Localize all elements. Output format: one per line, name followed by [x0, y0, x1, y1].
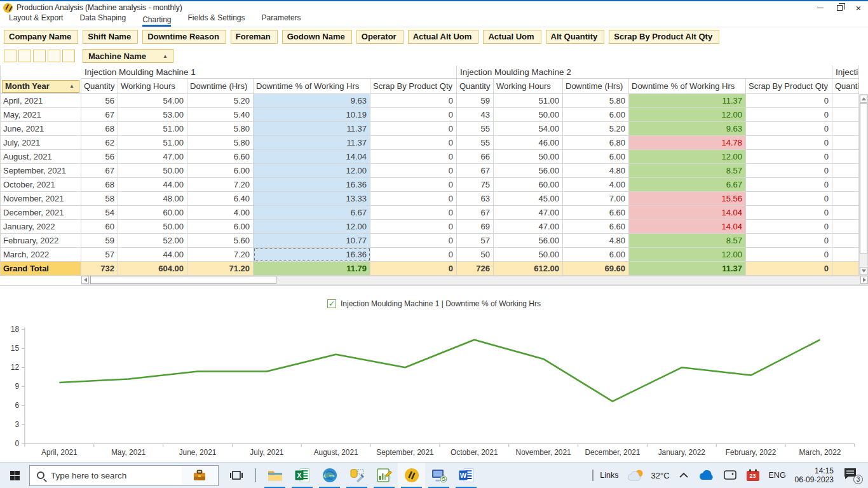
vertical-scroll-thumb[interactable] — [860, 103, 867, 254]
data-cell-m3[interactable] — [832, 192, 859, 206]
data-cell-m1[interactable]: 0 — [370, 94, 457, 108]
horizontal-scroll-thumb[interactable] — [90, 276, 276, 284]
tab-parameters[interactable]: Parameters — [262, 13, 301, 27]
data-cell-m1[interactable]: 50.00 — [118, 164, 187, 178]
data-cell-m2[interactable]: 57 — [457, 234, 494, 248]
row-label-cell[interactable]: August, 2021 — [0, 150, 81, 164]
data-cell-m2[interactable]: 14.78 — [629, 136, 746, 150]
data-cell-m2[interactable]: 0 — [746, 94, 832, 108]
restore-button[interactable] — [830, 1, 849, 14]
data-cell-m2[interactable]: 47.00 — [494, 206, 563, 220]
start-button[interactable] — [0, 463, 29, 488]
data-cell-m2[interactable]: 0 — [746, 234, 832, 248]
data-cell-m2[interactable]: 59 — [457, 94, 494, 108]
data-cell-m2[interactable]: 0 — [746, 206, 832, 220]
data-cell-m1[interactable]: 6.67 — [254, 206, 370, 220]
grand-total-cell-m1[interactable]: 604.00 — [118, 262, 187, 276]
data-cell-m1[interactable]: 12.00 — [254, 164, 370, 178]
row-field-month-year[interactable]: Month Year▲ — [2, 80, 79, 93]
data-cell-m2[interactable]: 56.00 — [494, 164, 563, 178]
data-cell-m2[interactable]: 63 — [457, 192, 494, 206]
column-header-m2-scrap-by-product-qty[interactable]: Scrap By Product Qty — [746, 79, 832, 94]
data-cell-m1[interactable]: 68 — [81, 178, 118, 192]
grand-total-cell-m1[interactable]: 0 — [370, 262, 457, 276]
data-cell-m1[interactable]: 13.33 — [254, 192, 370, 206]
data-cell-m1[interactable]: 51.00 — [118, 122, 187, 136]
data-cell-m2[interactable]: 0 — [746, 178, 832, 192]
column-header-m2-quantity[interactable]: Quantity — [457, 79, 494, 94]
data-cell-m1[interactable]: 0 — [370, 150, 457, 164]
filter-chip-alt-quantity[interactable]: Alt Quantity — [546, 30, 605, 44]
grand-total-cell-m1[interactable]: 11.79 — [254, 262, 370, 276]
data-cell-m1[interactable]: 54.00 — [118, 94, 187, 108]
filter-chip-actual-alt-uom[interactable]: Actual Alt Uom — [408, 30, 479, 44]
calendar-widget[interactable]: 23 — [746, 469, 760, 482]
data-cell-m1[interactable]: 58 — [81, 192, 118, 206]
data-cell-m1[interactable]: 6.60 — [187, 150, 254, 164]
vertical-scrollbar[interactable] — [859, 94, 868, 276]
data-cell-m3[interactable] — [832, 220, 859, 234]
data-cell-m3[interactable] — [832, 122, 859, 136]
data-cell-m2[interactable]: 12.00 — [629, 150, 746, 164]
data-cell-m1[interactable]: 47.00 — [118, 150, 187, 164]
filter-chip-operator[interactable]: Operator — [356, 30, 403, 44]
taskbar-search[interactable]: Type here to search — [29, 465, 219, 486]
data-cell-m2[interactable]: 43 — [457, 108, 494, 122]
column-header-m1-scrap-by-product-qty[interactable]: Scrap By Product Qty — [370, 79, 457, 94]
data-cell-m1[interactable]: 56 — [81, 94, 118, 108]
data-cell-m2[interactable]: 66 — [457, 150, 494, 164]
data-cell-m2[interactable]: 51.00 — [494, 94, 563, 108]
taskbar-excel[interactable]: X — [288, 463, 316, 488]
onedrive-icon[interactable] — [698, 470, 714, 480]
filter-chip-downtime-reason[interactable]: Downtime Reason — [142, 30, 226, 44]
data-cell-m3[interactable] — [832, 248, 859, 262]
data-cell-m2[interactable]: 55 — [457, 122, 494, 136]
data-cell-m2[interactable]: 9.63 — [629, 122, 746, 136]
clock[interactable]: 14:15 06-09-2023 — [795, 466, 834, 484]
data-cell-m2[interactable]: 0 — [746, 192, 832, 206]
filter-chip-foreman[interactable]: Foreman — [231, 30, 278, 44]
data-cell-m2[interactable]: 6.00 — [563, 150, 629, 164]
data-cell-m1[interactable]: 5.80 — [187, 136, 254, 150]
data-cell-m2[interactable]: 67 — [457, 164, 494, 178]
data-cell-m1[interactable]: 54 — [81, 206, 118, 220]
taskbar-word[interactable]: W — [452, 463, 480, 488]
data-cell-m1[interactable]: 5.40 — [187, 108, 254, 122]
data-cell-m2[interactable]: 0 — [746, 122, 832, 136]
grand-total-cell-m2[interactable]: 11.37 — [629, 262, 746, 276]
scroll-down-button[interactable] — [860, 267, 867, 275]
data-cell-m1[interactable]: 44.00 — [118, 248, 187, 262]
data-cell-m1[interactable]: 0 — [370, 164, 457, 178]
column-header-m3-quantity[interactable]: Quantity — [832, 79, 859, 94]
data-cell-m1[interactable]: 16.36 — [254, 248, 370, 262]
data-cell-m1[interactable]: 59 — [81, 234, 118, 248]
data-cell-m2[interactable]: 0 — [746, 164, 832, 178]
data-cell-m1[interactable]: 62 — [81, 136, 118, 150]
data-cell-m2[interactable]: 12.00 — [629, 248, 746, 262]
taskbar-report-editor[interactable] — [370, 463, 398, 488]
row-label-cell[interactable]: June, 2021 — [0, 122, 81, 136]
data-cell-m2[interactable]: 4.80 — [563, 234, 629, 248]
data-cell-m1[interactable]: 6.40 — [187, 192, 254, 206]
filter-chip-scrap-by-product-alt-qty[interactable]: Scrap By Product Alt Qty — [609, 30, 719, 44]
data-cell-m1[interactable]: 0 — [370, 178, 457, 192]
data-cell-m1[interactable]: 0 — [370, 220, 457, 234]
scroll-left-button[interactable] — [81, 276, 89, 284]
data-cell-m2[interactable]: 60.00 — [494, 178, 563, 192]
row-label-cell[interactable]: January, 2022 — [0, 220, 81, 234]
data-cell-m1[interactable]: 0 — [370, 206, 457, 220]
data-cell-m2[interactable]: 14.04 — [629, 206, 746, 220]
data-cell-m2[interactable]: 6.60 — [563, 220, 629, 234]
chart-line-series[interactable] — [59, 340, 820, 402]
column-header-m2-working-hours[interactable]: Working Hours — [494, 79, 563, 94]
tray-display-icon[interactable] — [723, 470, 737, 481]
data-cell-m1[interactable]: 0 — [370, 108, 457, 122]
data-cell-m2[interactable]: 6.67 — [629, 178, 746, 192]
grand-total-cell-m2[interactable]: 612.00 — [494, 262, 563, 276]
data-cell-m1[interactable]: 48.00 — [118, 192, 187, 206]
column-header-m1-quantity[interactable]: Quantity — [81, 79, 118, 94]
data-cell-m1[interactable]: 60 — [81, 220, 118, 234]
data-cell-m2[interactable]: 12.00 — [629, 108, 746, 122]
row-label-cell[interactable]: December, 2021 — [0, 206, 81, 220]
language-indicator[interactable]: ENG — [769, 471, 786, 480]
